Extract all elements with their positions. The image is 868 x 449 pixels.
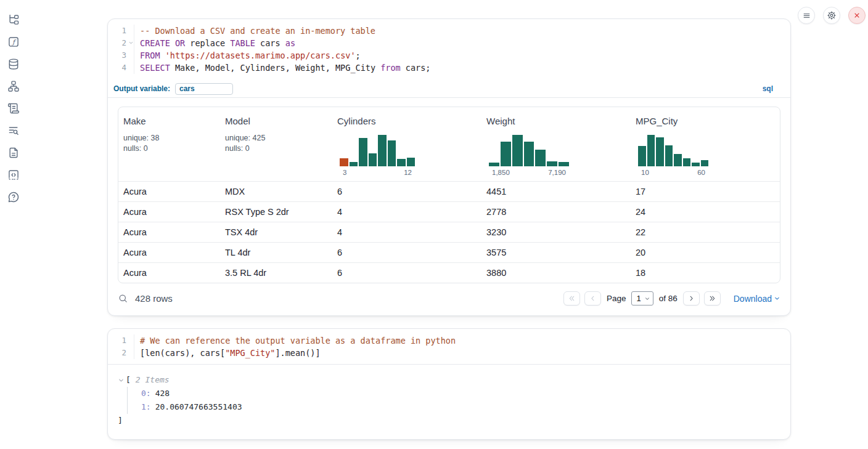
sidebar: ƒ: [7, 14, 20, 203]
table-cell: TL 4dr: [220, 243, 332, 262]
row-count-label: 428 rows: [135, 293, 173, 304]
hist-axis: 312: [340, 169, 415, 176]
variables-icon: ƒ: [7, 36, 20, 48]
hist-bar: [524, 142, 534, 166]
table-cell: 2778: [481, 202, 631, 222]
code-text: CREATE OR replace TABLE cars as: [134, 37, 295, 49]
table-cell: 4: [332, 202, 481, 222]
chevron-down-icon: [118, 377, 125, 384]
column-header-Model[interactable]: Modelunique: 425nulls: 0: [220, 107, 332, 181]
table-body: AcuraMDX6445117AcuraRSX Type S 2dr427782…: [118, 181, 780, 283]
menu-button[interactable]: [798, 7, 815, 24]
python-code-editor[interactable]: 1# We can reference the output variable …: [108, 329, 790, 365]
sidebar-item-snippets[interactable]: [7, 169, 20, 181]
table-cell: 20: [631, 243, 780, 262]
table-row[interactable]: AcuraMDX6445117: [118, 181, 780, 201]
line-number: 1: [108, 25, 134, 37]
table-cell: TSX 4dr: [220, 222, 332, 242]
table-row[interactable]: Acura3.5 RL 4dr6388018: [118, 262, 780, 283]
sidebar-item-datasources[interactable]: [7, 58, 20, 70]
sidebar-item-logs[interactable]: [7, 124, 20, 137]
sql-cell: 1-- Download a CSV and create an in-memo…: [107, 18, 791, 316]
sidebar-item-file-explorer[interactable]: [7, 14, 20, 26]
data-table: Makeunique: 38nulls: 0Modelunique: 425nu…: [118, 107, 780, 283]
column-header-MPG_City[interactable]: MPG_City1060: [631, 107, 780, 181]
column-label: Model: [225, 116, 327, 126]
output-variable-label: Output variable:: [113, 84, 170, 93]
line-number: 2: [108, 347, 134, 359]
line-number: 4: [108, 62, 134, 74]
code-line: 4SELECT Make, Model, Cylinders, Weight, …: [108, 62, 790, 74]
table-cell: 22: [631, 222, 780, 242]
table-row[interactable]: AcuraTL 4dr6357520: [118, 242, 780, 262]
table-row[interactable]: AcuraTSX 4dr4323022: [118, 222, 780, 242]
last-page-button[interactable]: [704, 291, 721, 305]
sql-code-editor[interactable]: 1-- Download a CSV and create an in-memo…: [108, 19, 790, 78]
code-line: 1# We can reference the output variable …: [108, 334, 790, 347]
hist-bar: [369, 153, 377, 166]
close-bracket: ]: [118, 414, 780, 427]
column-header-Cylinders[interactable]: Cylinders312: [332, 107, 481, 181]
sidebar-item-documentation[interactable]: [7, 147, 20, 159]
hist-bar: [647, 135, 655, 166]
sidebar-item-dependency-graph[interactable]: [7, 80, 20, 92]
snippets-icon: [7, 169, 20, 181]
hist-bar: [388, 140, 396, 166]
table-cell: 3230: [481, 222, 631, 242]
column-header-Weight[interactable]: Weight1,8507,190: [481, 107, 631, 181]
hist-bar: [350, 162, 358, 166]
gear-icon: [827, 10, 837, 20]
search-button[interactable]: [118, 293, 128, 304]
tree-root-row: [ 2 Items: [118, 373, 780, 387]
table-cell: 6: [332, 182, 481, 201]
python-cell: 1# We can reference the output variable …: [107, 328, 791, 440]
prev-page-button[interactable]: [584, 291, 601, 305]
code-text: # We can reference the output variable a…: [134, 334, 456, 347]
hist-bar: [638, 146, 646, 166]
logs-icon: [7, 124, 20, 137]
tree-entry-value: 20.060747663551403: [155, 402, 242, 411]
hist-bar: [407, 158, 416, 166]
datasources-icon: [7, 58, 20, 70]
column-label: MPG_City: [636, 116, 775, 126]
sidebar-item-help[interactable]: [7, 191, 20, 203]
table-cell: 6: [332, 263, 481, 283]
chevron-right-icon: [687, 294, 695, 302]
output-variable-input[interactable]: [175, 83, 233, 95]
histogram-MPG_City: 1060: [638, 134, 708, 176]
svg-text:ƒ: ƒ: [11, 38, 17, 46]
code-text: -- Download a CSV and create an in-memor…: [134, 25, 375, 37]
table-cell: 4: [332, 222, 481, 242]
table-row[interactable]: AcuraRSX Type S 2dr4277824: [118, 201, 780, 222]
next-page-button[interactable]: [683, 291, 700, 305]
sidebar-item-variables[interactable]: ƒ: [7, 36, 20, 48]
column-header-Make[interactable]: Makeunique: 38nulls: 0: [118, 107, 220, 181]
chevron-down-icon: [128, 40, 134, 46]
line-number: 3: [108, 49, 134, 62]
pagination: Page 1 of 86 Download: [563, 291, 780, 305]
table-footer: 428 rows Page 1 of 86 Download: [118, 291, 780, 305]
download-button[interactable]: Download: [734, 294, 780, 304]
hist-axis: 1,8507,190: [489, 169, 569, 176]
code-line: 2[len(cars), cars["MPG_City"].mean()]: [108, 347, 790, 359]
histogram-Weight: 1,8507,190: [489, 134, 569, 176]
tree-entry: 1:20.060747663551403: [141, 400, 780, 414]
hist-bar: [559, 162, 569, 166]
histogram-Cylinders: 312: [340, 134, 415, 176]
hist-bar: [489, 163, 499, 166]
language-badge: sql: [763, 84, 773, 93]
first-page-button[interactable]: [563, 291, 580, 305]
column-stats: unique: 38nulls: 0: [123, 133, 215, 154]
hist-bar: [683, 158, 691, 166]
table-cell: 4451: [481, 182, 631, 201]
fold-toggle[interactable]: [128, 40, 134, 46]
menu-icon: [802, 11, 811, 20]
tree-entry-key: 1:: [141, 402, 151, 411]
sidebar-item-scratchpad[interactable]: [7, 102, 20, 115]
table-cell: MDX: [220, 182, 332, 201]
shutdown-button[interactable]: [848, 7, 866, 24]
page-select[interactable]: 1: [631, 291, 653, 305]
collapse-toggle[interactable]: [118, 377, 125, 384]
code-line: 2CREATE OR replace TABLE cars as: [108, 37, 790, 49]
settings-button[interactable]: [823, 7, 840, 24]
